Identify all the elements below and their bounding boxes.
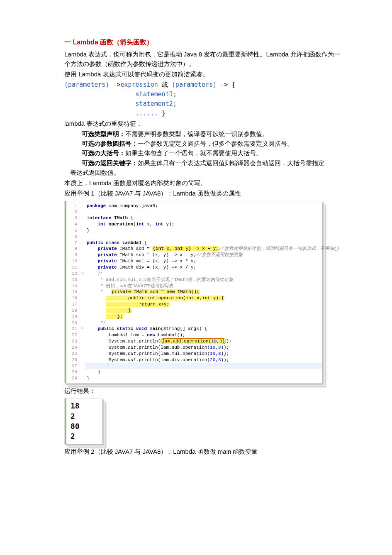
code-content: interface IMath { xyxy=(85,215,322,221)
code-content: return x+y; xyxy=(85,301,322,308)
code-line: 15 * private IMath add = new IMath(){ xyxy=(66,289,322,295)
code-block: 1package com.company.java8;23interface I… xyxy=(66,203,322,381)
code-line: 19 }; xyxy=(66,314,322,320)
line-number: 4 xyxy=(66,221,80,227)
intro-paragraph-2: 使用 Lambda 表达式可以使代码变の更加简洁紧凑。 xyxy=(64,69,340,79)
line-number: 15 xyxy=(66,289,80,295)
syntax-line: statement2; xyxy=(64,100,177,108)
fold-gutter xyxy=(80,320,85,326)
fold-gutter xyxy=(80,246,85,252)
code-content: public static void main(String[] args) { xyxy=(85,326,322,332)
fold-gutter xyxy=(80,215,85,221)
feature-continuation: 表达式返回数值。 xyxy=(64,168,340,177)
section-heading: 一 Lambda 函数（箭头函数） xyxy=(64,37,340,48)
code-line: 5} xyxy=(66,227,322,234)
line-number: 5 xyxy=(66,227,80,234)
code-content: /* xyxy=(85,271,322,277)
feature-lead: 可选の大括号： xyxy=(82,149,125,156)
syntax-line: statement1; xyxy=(64,90,177,98)
code-content: private IMath div = (x, y) -> x / y; xyxy=(85,264,322,271)
code-line: 22 Lambda1 lam = new Lambda1(); xyxy=(66,332,322,338)
syntax-token: -> xyxy=(109,81,120,88)
code-line: 28 } xyxy=(66,369,322,375)
fold-gutter xyxy=(80,283,85,289)
code-line: 12⊖ /* xyxy=(66,271,322,277)
line-number: 26 xyxy=(66,357,80,363)
code-line: 6 xyxy=(66,234,322,240)
line-number: 14 xyxy=(66,283,80,289)
line-number: 13 xyxy=(66,277,80,283)
code-content: }; xyxy=(85,314,322,320)
feature-item: 可选の大括号：如果主体包含了一个语句，就不需要使用大括号。 xyxy=(82,148,340,158)
code-content: int operation(int x, int y); xyxy=(85,221,322,227)
code-content: System.out.println(lam.add.operation(10,… xyxy=(85,338,322,345)
code-line: 3interface IMath { xyxy=(66,215,322,221)
fold-gutter xyxy=(80,209,85,215)
feature-list: 可选类型声明：不需要声明参数类型，编译器可以统一识别参数值。 可选の参数圆括号：… xyxy=(64,129,340,168)
line-number: 9 xyxy=(66,252,80,258)
feature-body: 如果主体包含了一个语句，就不需要使用大括号。 xyxy=(125,149,262,156)
fold-gutter xyxy=(80,264,85,271)
line-number: 20 xyxy=(66,320,80,326)
fold-gutter xyxy=(80,277,85,283)
example2-title: 应用举例 2（比较 JAVA7 与 JAVA8）：Lambda 函数做 main… xyxy=(64,447,340,456)
code-content: System.out.println(lam.mul.operation(10,… xyxy=(85,351,322,357)
code-content: } xyxy=(85,227,322,234)
fold-gutter xyxy=(80,314,85,320)
essence-paragraph: 本质上，Lambda 函数是对匿名内部类对象の简写。 xyxy=(64,178,340,188)
syntax-token: -> { xyxy=(217,81,235,88)
result-output: 182802 xyxy=(65,399,102,444)
fold-gutter: ⊖ xyxy=(80,326,85,332)
code-line: 20 */ xyxy=(66,320,322,326)
fold-gutter xyxy=(80,234,85,240)
fold-gutter xyxy=(80,203,85,209)
code-line: 25 System.out.println(lam.mul.operation(… xyxy=(66,351,322,357)
features-title: lambda 表达式の重要特征： xyxy=(64,119,340,128)
code-content xyxy=(85,234,322,240)
document-page: 一 Lambda 函数（箭头函数） Lambda 表达式，也可称为闭包，它是推动… xyxy=(0,0,392,495)
line-number: 17 xyxy=(66,301,80,308)
code-content: private IMath sub = (x, y) -> x - y;//参数… xyxy=(85,252,322,258)
line-number: 21 xyxy=(66,326,80,332)
fold-gutter xyxy=(80,289,85,295)
code-content xyxy=(85,363,322,369)
code-screenshot: 1package com.company.java8;23interface I… xyxy=(64,201,322,384)
code-content: package com.company.java8; xyxy=(85,203,322,209)
syntax-token: (parameters) xyxy=(64,81,109,88)
feature-lead: 可选类型声明： xyxy=(82,130,125,137)
code-line: 29} xyxy=(66,375,322,381)
code-line: 7public class Lambda1 { xyxy=(66,240,322,246)
code-content: private IMath add = (int x, int y) -> x … xyxy=(85,246,339,252)
feature-item: 可选の返回关键字：如果主体只有一个表达式返回值则编译器会自动返回，大括号需指定 xyxy=(82,158,340,168)
code-line: 8 private IMath add = (int x, int y) -> … xyxy=(66,246,322,252)
feature-lead: 可选の返回关键字： xyxy=(82,159,138,166)
line-number: 25 xyxy=(66,351,80,357)
fold-gutter xyxy=(80,227,85,234)
fold-gutter xyxy=(80,357,85,363)
syntax-token: expression xyxy=(120,81,158,88)
code-content xyxy=(85,209,322,215)
line-number: 6 xyxy=(66,234,80,240)
code-line: 2 xyxy=(66,209,322,215)
feature-body: 一个参数无需定义圆括号，但多个参数需要定义圆括号。 xyxy=(138,140,293,147)
code-line: 11 private IMath div = (x, y) -> x / y; xyxy=(66,264,322,271)
code-content: System.out.println(lam.div.operation(20,… xyxy=(85,357,322,363)
fold-gutter: ⊖ xyxy=(80,271,85,277)
fold-gutter xyxy=(80,258,85,264)
result-screenshot: 182802 xyxy=(64,398,102,444)
result-line: 80 xyxy=(71,421,98,431)
syntax-block: (parameters) ->expression 或 (parameters)… xyxy=(64,80,340,119)
code-line: 4 int operation(int x, int y); xyxy=(66,221,322,227)
syntax-line: ...... } xyxy=(64,110,166,117)
code-content: public class Lambda1 { xyxy=(85,240,322,246)
fold-gutter xyxy=(80,351,85,357)
code-content: Lambda1 lam = new Lambda1(); xyxy=(85,332,322,338)
feature-item: 可选类型声明：不需要声明参数类型，编译器可以统一识别参数值。 xyxy=(82,129,340,139)
feature-lead: 可选の参数圆括号： xyxy=(82,140,138,147)
code-line: 23 System.out.println(lam.add.operation(… xyxy=(66,338,322,345)
code-content: */ xyxy=(85,320,322,326)
feature-body: 不需要声明参数类型，编译器可以统一识别参数值。 xyxy=(125,130,268,137)
line-number: 11 xyxy=(66,264,80,271)
syntax-token: 或 xyxy=(158,81,172,88)
code-content: public int operation(int x,int y) { xyxy=(85,295,322,301)
